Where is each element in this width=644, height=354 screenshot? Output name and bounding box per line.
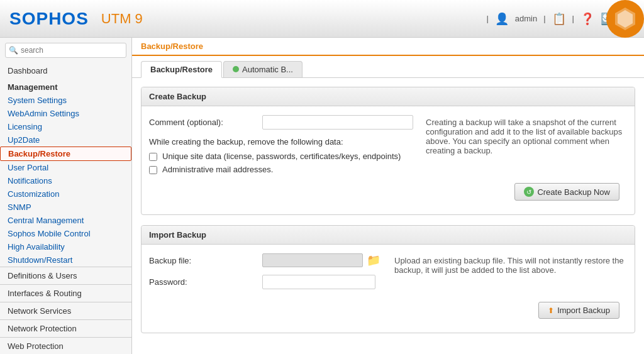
file-browse-icon[interactable]: 📁: [367, 253, 380, 267]
sidebar-item-system-settings[interactable]: System Settings: [0, 94, 131, 107]
help-icon[interactable]: ❓: [580, 12, 594, 26]
remove-data-label: While creating the backup, remove the fo…: [149, 137, 413, 147]
create-backup-cols: Comment (optional): While creating the b…: [149, 115, 627, 178]
sophos-logo-circle: [606, 0, 644, 38]
sidebar-item-central-management[interactable]: Central Management: [0, 214, 131, 227]
sophos-hex-icon: [613, 6, 638, 31]
page-content: Create Backup Comment (optional): While …: [132, 78, 644, 352]
user-icon: 👤: [495, 12, 509, 26]
backup-file-label: Backup file:: [149, 253, 262, 265]
username-label: admin: [515, 14, 537, 23]
create-backup-header: Create Backup: [142, 87, 635, 106]
checkbox1-row: Unique site data (license, passwords, ce…: [149, 152, 413, 161]
import-backup-left: Backup file: 📁 Password:: [149, 253, 382, 297]
main-content: Backup/Restore Backup/Restore Automatic …: [132, 38, 644, 354]
create-backup-left: Comment (optional): While creating the b…: [149, 115, 413, 178]
create-btn-icon: ↺: [524, 187, 534, 197]
import-backup-btn-row: ⬆ Import Backup: [149, 297, 627, 324]
tab-status-dot: [233, 66, 239, 72]
search-input[interactable]: [5, 43, 126, 58]
comment-input[interactable]: [262, 115, 413, 130]
create-backup-now-button[interactable]: ↺ Create Backup Now: [514, 183, 619, 201]
tabs-bar: Backup/Restore Automatic B...: [132, 56, 644, 78]
sidebar-item-notifications[interactable]: Notifications: [0, 174, 131, 187]
sidebar-item-interfaces-routing[interactable]: Interfaces & Routing: [0, 284, 131, 302]
sidebar-item-backup-restore[interactable]: Backup/Restore: [0, 147, 131, 161]
header-separator3: |: [572, 14, 574, 23]
sidebar-item-shutdown-restart[interactable]: Shutdown/Restart: [0, 253, 131, 267]
sidebar-item-high-availability[interactable]: High Availability: [0, 240, 131, 253]
create-backup-body: Comment (optional): While creating the b…: [142, 106, 635, 214]
password-label: Password:: [149, 275, 262, 287]
checkbox2-row: Administrative mail addresses.: [149, 165, 413, 174]
import-backup-section: Import Backup Backup file: 📁: [141, 225, 635, 333]
import-backup-button[interactable]: ⬆ Import Backup: [538, 302, 619, 319]
comment-label: Comment (optional):: [149, 115, 262, 127]
tab-backup-restore[interactable]: Backup/Restore: [141, 61, 222, 78]
import-backup-header: Import Backup: [142, 226, 635, 245]
create-backup-section: Create Backup Comment (optional): While …: [141, 87, 635, 215]
logo-utm: UTM 9: [101, 11, 143, 27]
checkbox-unique-site-data[interactable]: [149, 153, 157, 161]
header-separator: |: [486, 14, 488, 23]
sidebar-item-definitions-users[interactable]: Definitions & Users: [0, 267, 131, 284]
import-backup-description: Upload an existing backup file. This wil…: [394, 253, 627, 297]
backup-file-row: Backup file: 📁: [149, 253, 382, 267]
sidebar-nav: Dashboard Management System Settings Web…: [0, 63, 131, 354]
password-input[interactable]: [262, 275, 375, 289]
import-backup-cols: Backup file: 📁 Password:: [149, 253, 627, 297]
sidebar-item-web-protection[interactable]: Web Protection: [0, 337, 131, 354]
main-layout: 🔍 Dashboard Management System Settings W…: [0, 38, 644, 354]
comment-row: Comment (optional):: [149, 115, 413, 130]
sidebar-item-licensing[interactable]: Licensing: [0, 120, 131, 133]
tab-automatic-backup[interactable]: Automatic B...: [223, 61, 303, 77]
clipboard-icon[interactable]: 📋: [552, 12, 566, 26]
sidebar-item-customization[interactable]: Customization: [0, 187, 131, 201]
checkbox1-label: Unique site data (license, passwords, ce…: [162, 152, 401, 161]
sidebar-item-dashboard[interactable]: Dashboard: [0, 63, 131, 79]
header-separator2: |: [543, 14, 545, 23]
sidebar-item-user-portal[interactable]: User Portal: [0, 161, 131, 174]
checkbox2-label: Administrative mail addresses.: [162, 165, 273, 174]
sidebar-item-network-protection[interactable]: Network Protection: [0, 319, 131, 337]
create-backup-btn-row: ↺ Create Backup Now: [149, 178, 627, 206]
sidebar-item-network-services[interactable]: Network Services: [0, 302, 131, 319]
app-header: SOPHOS UTM 9 | 👤 admin | 📋 | ❓ 🔄 ⚙️: [0, 0, 644, 38]
sidebar-item-webadmin-settings[interactable]: WebAdmin Settings: [0, 107, 131, 120]
logo-sophos: SOPHOS: [9, 9, 89, 29]
password-row: Password:: [149, 275, 382, 289]
search-box: 🔍: [5, 43, 126, 58]
sidebar-item-snmp[interactable]: SNMP: [0, 201, 131, 214]
file-input-box[interactable]: [262, 253, 363, 267]
sidebar-item-sophos-mobile-control[interactable]: Sophos Mobile Control: [0, 227, 131, 240]
create-backup-description: Creating a backup will take a snapshot o…: [426, 115, 627, 178]
checkbox-admin-mail[interactable]: [149, 166, 157, 174]
import-btn-icon: ⬆: [548, 306, 554, 315]
breadcrumb: Backup/Restore: [132, 38, 644, 56]
search-icon: 🔍: [9, 46, 18, 55]
import-backup-body: Backup file: 📁 Password:: [142, 245, 635, 333]
file-input-row: 📁: [262, 253, 380, 267]
sidebar: 🔍 Dashboard Management System Settings W…: [0, 38, 132, 354]
sidebar-item-up2date[interactable]: Up2Date: [0, 133, 131, 147]
sidebar-section-management: Management: [0, 79, 131, 94]
